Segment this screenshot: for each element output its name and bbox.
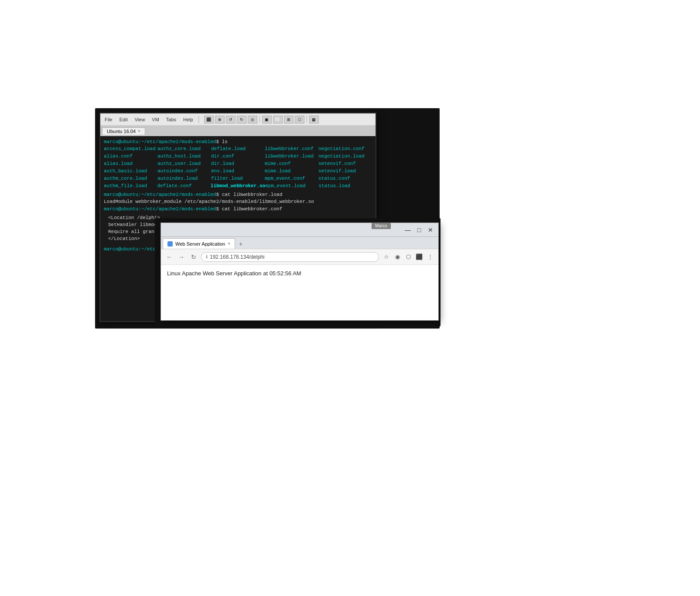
file-4-3: env.load xyxy=(211,168,265,175)
terminal-line-prompt3: marco@ubuntu:~/etc/apache2/mods-enabled$… xyxy=(104,206,372,213)
term-prompt1: marco@ubuntu:~/etc/apache2/mods-enabled xyxy=(104,139,216,144)
term-dollar2: $ xyxy=(216,192,222,197)
file-5-4: mpm_event.conf xyxy=(265,175,318,182)
toolbar-btn-9[interactable]: ⬡ xyxy=(295,116,304,123)
file-6-2: deflate.conf xyxy=(157,183,210,190)
browser-window: — □ ✕ Web Server Application × + ← → ↻ ℹ… xyxy=(160,223,439,321)
terminal-line-prompt2: marco@ubuntu:~/etc/apache2/mods-enabled$… xyxy=(104,192,372,199)
browser-close-btn[interactable]: ✕ xyxy=(425,226,436,234)
menu-tabs[interactable]: Tabs xyxy=(164,116,178,123)
file-3-4: mime.conf xyxy=(265,161,318,168)
browser-bookmark-btn[interactable]: ☆ xyxy=(382,252,391,262)
menu-view[interactable]: View xyxy=(133,116,147,123)
browser-content: Linux Apache Web Server Application at 0… xyxy=(161,265,438,282)
file-2-2: authz_host.load xyxy=(157,153,211,160)
menu-vm[interactable]: VM xyxy=(150,116,161,123)
file-6-3: libmod_webbroker.so xyxy=(211,183,265,190)
file-4-1: auth_basic.load xyxy=(104,168,157,175)
terminal-tab-close[interactable]: × xyxy=(138,129,140,134)
files-row-6: authm_file.load deflate.conf libmod_webb… xyxy=(104,183,372,190)
file-5-1: authm_core.load xyxy=(104,175,157,182)
file-1-3: deflate.load xyxy=(211,146,265,153)
toolbar-sep xyxy=(260,116,260,123)
term-loadmodule-line: LoadModule webbroker_module /etc/apache2… xyxy=(104,199,314,204)
file-5-2: autoindex.load xyxy=(157,175,211,182)
file-3-1: alias.load xyxy=(104,161,157,168)
files-row-5: authm_core.load autoindex.load filter.lo… xyxy=(104,175,372,182)
terminal-tab-ubuntu[interactable]: Ubuntu 16.04 × xyxy=(102,127,145,135)
file-4-4: mime.load xyxy=(265,168,318,175)
files-row-1: access_compat.load authz_core.load defla… xyxy=(104,146,372,153)
toolbar-btn-1[interactable]: ⬛ xyxy=(204,116,214,123)
browser-maximize-btn[interactable]: □ xyxy=(414,226,424,234)
browser-refresh-btn[interactable]: ↻ xyxy=(189,252,198,262)
browser-tab-label: Web Server Application xyxy=(175,241,225,247)
file-4-5: setenvif.load xyxy=(318,168,372,175)
menu-edit[interactable]: Edit xyxy=(118,116,130,123)
toolbar-btn-10[interactable]: ▦ xyxy=(309,116,319,123)
term-prompt3: marco@ubuntu:~/etc/apache2/mods-enabled xyxy=(104,206,216,212)
term-prompt2: marco@ubuntu:~/etc/apache2/mods-enabled xyxy=(104,192,216,197)
menu-help[interactable]: Help xyxy=(181,116,195,123)
marco-label: Marco xyxy=(372,223,391,229)
term-cmd1: ls xyxy=(222,139,228,144)
terminal-tab-bar: Ubuntu 16.04 × xyxy=(100,126,376,136)
terminal-loadmodule: LoadModule webbroker_module /etc/apache2… xyxy=(104,199,372,206)
file-6-5: status.load xyxy=(319,183,372,190)
browser-titlebar: — □ ✕ xyxy=(161,223,438,237)
browser-url: 192.168.178.134/delphi xyxy=(210,254,264,260)
file-1-5: negotiation.conf xyxy=(318,146,372,153)
file-3-2: authz_user.load xyxy=(157,161,211,168)
file-4-2: autoindex.conf xyxy=(157,168,211,175)
files-row-3: alias.load authz_user.load dir.load mime… xyxy=(104,161,372,168)
browser-tab-favicon xyxy=(167,241,173,247)
browser-address-input[interactable]: ℹ 192.168.178.134/delphi xyxy=(201,252,379,262)
terminal-menubar: File Edit View VM Tabs Help ⬛ ⊕ ↺ ↻ ◎ ▣ … xyxy=(100,113,376,126)
toolbar-btn-7[interactable]: ⬜ xyxy=(273,116,283,123)
file-2-4: libwebbroker.load xyxy=(265,153,318,160)
browser-tab-close[interactable]: × xyxy=(228,241,230,246)
file-2-5: negotiation.load xyxy=(318,153,372,160)
browser-action-buttons: ☆ ◉ ⬡ ⬛ ⋮ xyxy=(382,252,435,262)
browser-action-btn-3[interactable]: ⬛ xyxy=(414,252,424,262)
browser-page-content: Linux Apache Web Server Application at 0… xyxy=(167,270,301,277)
browser-menu-btn[interactable]: ⋮ xyxy=(425,252,435,262)
term-cmd2: cat libwebbroker.load xyxy=(222,192,283,197)
files-row-2: alias.conf authz_host.load dir.conf libw… xyxy=(104,153,372,160)
browser-tab-bar: Web Server Application × + xyxy=(161,237,438,249)
toolbar-btn-4[interactable]: ↻ xyxy=(237,116,246,123)
toolbar-btn-8[interactable]: ⊞ xyxy=(284,116,294,123)
browser-action-btn-2[interactable]: ⬡ xyxy=(403,252,413,262)
file-6-4: mpm_event.load xyxy=(265,183,318,190)
file-3-5: setenvif.conf xyxy=(318,161,372,168)
menu-file[interactable]: File xyxy=(103,116,114,123)
toolbar-btn-3[interactable]: ↺ xyxy=(226,116,236,123)
browser-minimize-btn[interactable]: — xyxy=(403,226,413,234)
terminal-line-prompt1: marco@ubuntu:~/etc/apache2/mods-enabled$… xyxy=(104,139,372,146)
toolbar-sep2 xyxy=(307,116,307,123)
files-row-4: auth_basic.load autoindex.conf env.load … xyxy=(104,168,372,175)
file-5-5: status.conf xyxy=(318,175,372,182)
file-1-2: authz_core.load xyxy=(157,146,211,153)
menubar-separator xyxy=(198,116,199,123)
browser-back-btn[interactable]: ← xyxy=(164,252,174,262)
file-5-3: filter.load xyxy=(211,175,265,182)
term-prompt4: marco@ubuntu:~/etc/a xyxy=(104,247,161,252)
browser-forward-btn[interactable]: → xyxy=(177,252,186,262)
browser-new-tab-btn[interactable]: + xyxy=(236,239,246,249)
toolbar-btn-2[interactable]: ⊕ xyxy=(215,116,225,123)
term-dollar3: $ xyxy=(216,206,222,212)
file-2-1: alias.conf xyxy=(104,153,157,160)
file-6-1: authm_file.load xyxy=(104,183,157,190)
file-1-4: libwebbroker.conf xyxy=(265,146,318,153)
terminal-toolbar-icons: ⬛ ⊕ ↺ ↻ ◎ ▣ ⬜ ⊞ ⬡ ▦ xyxy=(204,116,319,123)
browser-address-bar: ← → ↻ ℹ 192.168.178.134/delphi ☆ ◉ ⬡ ⬛ ⋮ xyxy=(161,249,438,265)
toolbar-btn-5[interactable]: ◎ xyxy=(248,116,257,123)
browser-tab-app[interactable]: Web Server Application × xyxy=(163,238,235,249)
toolbar-btn-6[interactable]: ▣ xyxy=(262,116,272,123)
browser-window-controls: — □ ✕ xyxy=(403,226,436,234)
term-dollar1: $ xyxy=(216,139,222,144)
browser-action-btn-1[interactable]: ◉ xyxy=(393,252,402,262)
file-1-1: access_compat.load xyxy=(104,146,157,153)
address-info-icon: ℹ xyxy=(206,254,208,260)
